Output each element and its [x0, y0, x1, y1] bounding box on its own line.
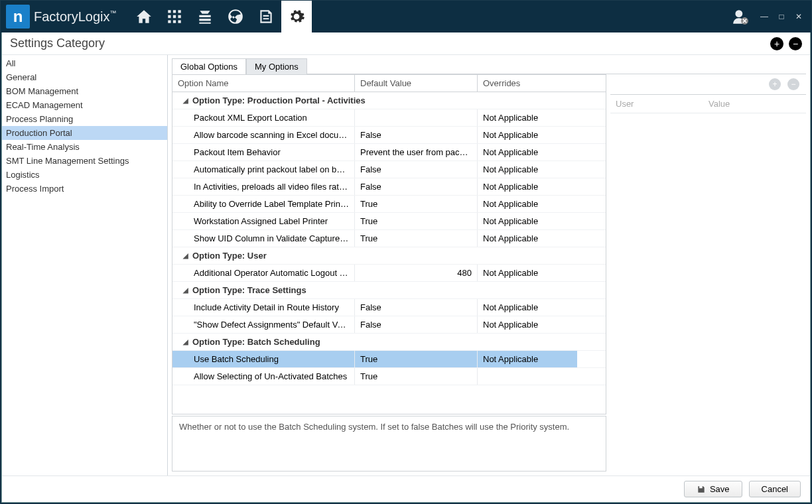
tab-my-options[interactable]: My Options — [246, 58, 307, 74]
user-icon[interactable] — [732, 8, 749, 25]
window-title: Settings Category — [10, 36, 105, 50]
collapse-icon[interactable]: ◢ — [183, 286, 188, 294]
category-sidebar: AllGeneralBOM ManagementECAD ManagementP… — [2, 55, 168, 475]
sidebar-item-bom-management[interactable]: BOM Management — [2, 84, 167, 98]
option-name-cell: Ability to Override Label Template Print… — [172, 196, 355, 212]
option-row[interactable]: Allow Selecting of Un-Activated BatchesT… — [172, 368, 606, 385]
column-header[interactable]: Overrides — [478, 75, 577, 92]
option-value-cell: True — [355, 368, 478, 385]
content-area: AllGeneralBOM ManagementECAD ManagementP… — [2, 55, 810, 475]
app-window: n FactoryLogix™ — □ ✕ Settings Category — [0, 0, 812, 504]
tab-global-options[interactable]: Global Options — [172, 58, 246, 74]
option-row[interactable]: Packout XML Export LocationNot Applicabl… — [172, 109, 606, 127]
option-value-cell: True — [355, 351, 478, 367]
grid-header: Option NameDefault ValueOverrides — [172, 75, 606, 92]
option-row[interactable]: Use Batch SchedulingTrueNot Applicable — [172, 351, 606, 368]
option-value-cell: 480 — [355, 265, 478, 281]
option-row[interactable]: Workstation Assigned Label PrinterTrueNo… — [172, 213, 606, 230]
option-overrides-cell: Not Applicable — [478, 265, 577, 281]
add-override-button[interactable]: + — [769, 78, 781, 90]
column-header[interactable]: Option Name — [172, 75, 355, 92]
collapse-icon[interactable]: ◢ — [183, 338, 188, 346]
option-value-cell: Prevent the user from packing i... — [355, 144, 478, 160]
option-overrides-cell — [478, 368, 577, 385]
option-overrides-cell: Not Applicable — [478, 213, 577, 229]
option-overrides-cell: Not Applicable — [478, 351, 577, 367]
option-overrides-cell: Not Applicable — [478, 109, 577, 126]
settings-icon[interactable] — [281, 1, 312, 32]
option-overrides-cell: Not Applicable — [478, 196, 577, 212]
cancel-label: Cancel — [762, 484, 788, 494]
minimize-button[interactable]: — — [757, 9, 772, 24]
logo-text-2: Logix — [78, 9, 110, 24]
option-overrides-cell: Not Applicable — [478, 316, 577, 333]
collapse-icon[interactable]: ◢ — [183, 97, 188, 104]
grid-wrap: Option NameDefault ValueOverrides ◢Optio… — [172, 74, 806, 472]
option-row[interactable]: Automatically print packout label on box… — [172, 161, 606, 178]
titlebar: n FactoryLogix™ — □ ✕ — [1, 1, 811, 32]
grid-body[interactable]: ◢Option Type: Production Portal - Activi… — [172, 92, 606, 414]
remove-category-button[interactable]: − — [789, 37, 802, 50]
option-name-cell: Additional Operator Automatic Logout Tim… — [172, 265, 355, 281]
option-row[interactable]: Packout Item BehaviorPrevent the user fr… — [172, 144, 606, 161]
option-row[interactable]: Show UID Column in Validate Captured Ma.… — [172, 230, 606, 247]
home-icon[interactable] — [129, 1, 159, 32]
option-value-cell — [355, 109, 478, 126]
main-toolbar — [129, 1, 312, 32]
option-overrides-cell: Not Applicable — [478, 230, 577, 247]
tabs: Global OptionsMy Options — [172, 58, 806, 74]
close-button[interactable]: ✕ — [791, 9, 806, 24]
maximize-button[interactable]: □ — [774, 9, 789, 24]
option-row[interactable]: Allow barcode scanning in Excel document… — [172, 127, 606, 144]
grid-icon[interactable] — [159, 1, 190, 32]
option-name-cell: In Activities, preloads all video files … — [172, 178, 355, 195]
description-box: Whether or not to use the Batch Scheduli… — [172, 416, 606, 472]
cancel-button[interactable]: Cancel — [749, 481, 801, 497]
option-name-cell: Use Batch Scheduling — [172, 351, 355, 367]
add-category-button[interactable]: + — [770, 37, 783, 50]
column-header[interactable]: Default Value — [355, 75, 478, 92]
sidebar-item-real-time-analysis[interactable]: Real-Time Analysis — [2, 140, 167, 154]
sidebar-item-general[interactable]: General — [2, 70, 167, 84]
option-overrides-cell: Not Applicable — [478, 299, 577, 316]
save-icon — [697, 485, 706, 494]
sidebar-item-all[interactable]: All — [2, 56, 167, 70]
sidebar-item-logistics[interactable]: Logistics — [2, 168, 167, 182]
sidebar-item-process-import[interactable]: Process Import — [2, 182, 167, 196]
option-row[interactable]: Ability to Override Label Template Print… — [172, 196, 606, 213]
save-button[interactable]: Save — [684, 481, 742, 497]
option-value-cell: True — [355, 196, 478, 212]
option-name-cell: Allow barcode scanning in Excel document — [172, 127, 355, 143]
stack-icon[interactable] — [190, 1, 220, 32]
overrides-header: + − — [610, 74, 806, 95]
report-icon[interactable] — [251, 1, 281, 32]
group-row[interactable]: ◢Option Type: User — [172, 247, 606, 265]
option-value-cell: False — [355, 299, 478, 316]
option-value-cell: False — [355, 316, 478, 333]
globe-icon[interactable] — [220, 1, 251, 32]
sidebar-item-production-portal[interactable]: Production Portal — [2, 126, 167, 140]
sidebar-item-smt-line-management-settings[interactable]: SMT Line Management Settings — [2, 154, 167, 168]
option-overrides-cell: Not Applicable — [478, 178, 577, 195]
group-row[interactable]: ◢Option Type: Production Portal - Activi… — [172, 92, 606, 109]
group-row[interactable]: ◢Option Type: Batch Scheduling — [172, 334, 606, 351]
collapse-icon[interactable]: ◢ — [183, 252, 188, 259]
sidebar-item-ecad-management[interactable]: ECAD Management — [2, 98, 167, 112]
option-overrides-cell: Not Applicable — [478, 127, 577, 143]
options-grid: Option NameDefault ValueOverrides ◢Optio… — [172, 74, 606, 414]
option-row[interactable]: "Show Defect Assignments" Default ValueF… — [172, 316, 606, 334]
window-header: Settings Category + − — [2, 32, 810, 55]
option-row[interactable]: Include Activity Detail in Route History… — [172, 299, 606, 316]
svg-point-0 — [735, 10, 742, 17]
remove-override-button[interactable]: − — [787, 78, 799, 90]
option-value-cell: True — [355, 213, 478, 229]
option-overrides-cell: Not Applicable — [478, 161, 577, 178]
option-row[interactable]: Additional Operator Automatic Logout Tim… — [172, 265, 606, 282]
option-name-cell: Packout Item Behavior — [172, 144, 355, 160]
logo-text: FactoryLogix™ — [34, 9, 117, 25]
footer: Save Cancel — [2, 475, 810, 502]
overrides-panel: + − User Value — [610, 74, 806, 472]
option-row[interactable]: In Activities, preloads all video files … — [172, 178, 606, 196]
sidebar-item-process-planning[interactable]: Process Planning — [2, 112, 167, 126]
group-row[interactable]: ◢Option Type: Trace Settings — [172, 282, 606, 299]
